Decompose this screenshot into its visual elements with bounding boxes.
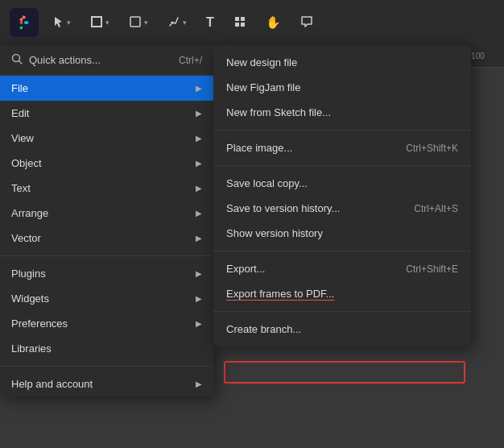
file-arrow-icon: ▶	[196, 84, 202, 93]
arrange-arrow-icon: ▶	[196, 209, 202, 218]
svg-rect-12	[235, 23, 239, 27]
shapes-chevron: ▾	[144, 19, 148, 27]
right-menu-export[interactable]: Export... Ctrl+Shift+E	[213, 256, 471, 281]
cursor-chevron: ▾	[67, 19, 71, 27]
right-divider-3	[213, 251, 471, 251]
menu-item-plugins[interactable]: Plugins ▶	[0, 261, 213, 286]
tool-group-components	[229, 12, 251, 34]
quick-actions-item[interactable]: Quick actions... Ctrl+/	[0, 45, 213, 76]
menu-item-libraries[interactable]: Libraries	[0, 336, 213, 361]
right-menu-new-sketch[interactable]: New from Sketch file...	[213, 100, 471, 125]
right-menu-new-design[interactable]: New design file	[213, 50, 471, 75]
svg-point-9	[171, 21, 174, 23]
svg-rect-11	[241, 17, 245, 21]
text-tool[interactable]: T	[201, 12, 219, 33]
svg-rect-4	[91, 16, 93, 27]
menu-item-edit[interactable]: Edit ▶	[0, 101, 213, 126]
preferences-arrow-icon: ▶	[196, 319, 202, 328]
search-icon	[11, 53, 23, 67]
frame-icon	[90, 15, 103, 31]
text-icon: T	[206, 15, 214, 30]
text-arrow-icon: ▶	[196, 184, 202, 193]
right-menu-create-branch[interactable]: Create branch...	[213, 317, 471, 342]
shapes-tool[interactable]: ▾	[124, 12, 153, 34]
menu-divider-2	[0, 366, 213, 367]
comment-icon	[300, 15, 313, 31]
frame-tool[interactable]: ▾	[85, 12, 114, 34]
tool-group-select: ▾	[48, 13, 76, 33]
svg-rect-5	[101, 16, 102, 27]
object-arrow-icon: ▶	[196, 159, 202, 168]
menu-item-arrange[interactable]: Arrange ▶	[0, 201, 213, 226]
frame-chevron: ▾	[105, 19, 109, 27]
svg-rect-8	[130, 17, 140, 27]
cursor-icon	[53, 16, 64, 30]
menu-item-view[interactable]: View ▶	[0, 126, 213, 151]
pen-chevron: ▾	[183, 19, 187, 27]
svg-rect-13	[241, 23, 245, 27]
cursor-tool[interactable]: ▾	[48, 13, 76, 33]
edit-arrow-icon: ▶	[196, 109, 202, 118]
vector-arrow-icon: ▶	[196, 234, 202, 243]
right-menu-new-figjam[interactable]: New FigJam file	[213, 75, 471, 100]
left-menu: Quick actions... Ctrl+/ File ▶ Edit ▶ Vi…	[0, 45, 213, 396]
menu-item-vector[interactable]: Vector ▶	[0, 226, 213, 251]
figma-logo[interactable]	[10, 8, 39, 37]
view-arrow-icon: ▶	[196, 134, 202, 143]
comment-tool[interactable]	[295, 12, 318, 34]
right-menu-place-image[interactable]: Place image... Ctrl+Shift+K	[213, 135, 471, 160]
svg-rect-6	[91, 16, 102, 18]
tool-group-frame: ▾	[85, 12, 114, 34]
plugins-arrow-icon: ▶	[196, 269, 202, 278]
right-divider-4	[213, 311, 471, 312]
tool-group-text: T	[201, 12, 219, 33]
widgets-arrow-icon: ▶	[196, 294, 202, 303]
shapes-icon	[129, 15, 142, 31]
menu-item-file[interactable]: File ▶	[0, 76, 213, 101]
right-divider-2	[213, 165, 471, 166]
components-tool[interactable]	[229, 12, 251, 34]
components-icon	[233, 15, 246, 31]
hand-tool[interactable]: ✋	[261, 12, 286, 33]
right-menu-export-pdf[interactable]: Export frames to PDF...	[213, 281, 471, 306]
help-arrow-icon: ▶	[196, 380, 202, 388]
svg-rect-10	[235, 17, 239, 21]
right-menu-show-history[interactable]: Show version history	[213, 221, 471, 246]
menu-item-text[interactable]: Text ▶	[0, 176, 213, 201]
hand-icon: ✋	[266, 15, 281, 30]
menu-item-widgets[interactable]: Widgets ▶	[0, 286, 213, 311]
right-divider-1	[213, 130, 471, 131]
toolbar: ▾ ▾ ▾	[0, 0, 504, 45]
menu-divider-1	[0, 255, 213, 256]
pen-icon	[167, 15, 180, 31]
tool-group-comment	[295, 12, 318, 34]
pen-tool[interactable]: ▾	[163, 12, 192, 34]
tool-group-hand: ✋	[261, 12, 286, 33]
quick-actions-label: Quick actions...	[29, 54, 172, 66]
svg-rect-7	[91, 26, 102, 27]
menu-item-help[interactable]: Help and account ▶	[0, 371, 213, 396]
right-menu-save-history[interactable]: Save to version history... Ctrl+Alt+S	[213, 196, 471, 221]
menu-item-preferences[interactable]: Preferences ▶	[0, 311, 213, 336]
quick-actions-shortcut: Ctrl+/	[179, 55, 202, 66]
menu-item-object[interactable]: Object ▶	[0, 151, 213, 176]
right-menu-file: New design file New FigJam file New from…	[213, 45, 471, 346]
tool-group-pen: ▾	[163, 12, 192, 34]
tool-group-shapes: ▾	[124, 12, 153, 34]
right-menu-save-copy[interactable]: Save local copy...	[213, 171, 471, 196]
